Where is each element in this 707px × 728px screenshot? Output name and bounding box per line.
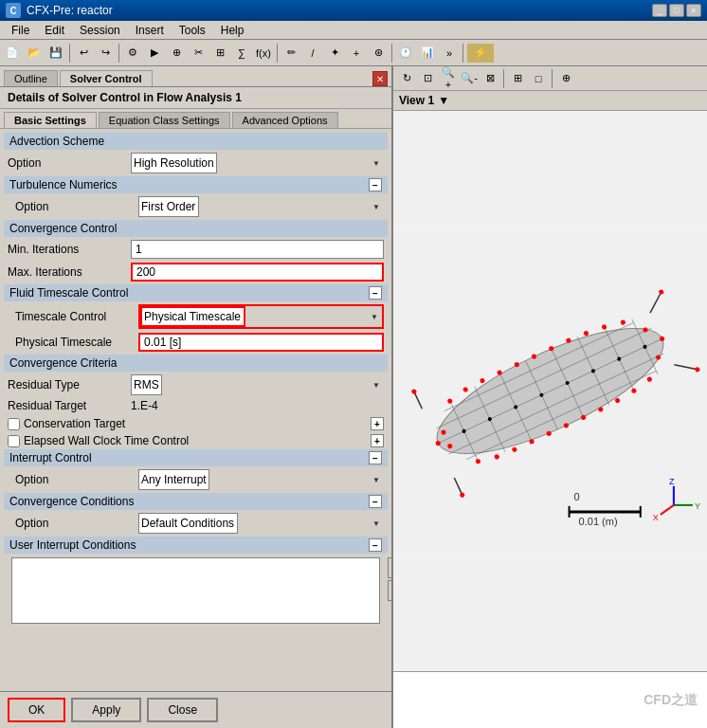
close-window-button[interactable]: × bbox=[686, 4, 701, 17]
left-tab-bar: Outline Solver Control ✕ bbox=[0, 66, 391, 87]
viewport[interactable]: 0 0.01 (m) Y Z X bbox=[393, 111, 707, 671]
maximize-button[interactable]: □ bbox=[669, 4, 684, 17]
interrupt-content: Option Any Interrupt bbox=[11, 468, 388, 491]
view-zoom-fit-btn[interactable]: ⊡ bbox=[418, 69, 437, 88]
section-turbulence: Turbulence Numerics − bbox=[4, 176, 388, 193]
advection-option-row: Option High Resolution bbox=[4, 152, 388, 174]
conv-conditions-toggle[interactable]: − bbox=[369, 495, 382, 508]
toolbar-open[interactable]: 📂 bbox=[24, 43, 45, 64]
fluid-timescale-toggle[interactable]: − bbox=[369, 286, 382, 300]
elapsed-toggle[interactable]: + bbox=[371, 434, 384, 447]
minimize-button[interactable]: _ bbox=[652, 4, 667, 17]
view-extra-btn[interactable]: ⊕ bbox=[556, 69, 575, 88]
conv-conditions-select[interactable]: Default Conditions bbox=[138, 513, 238, 534]
min-iterations-input[interactable] bbox=[131, 240, 384, 259]
toolbar-sep1 bbox=[69, 44, 70, 63]
conservation-toggle[interactable]: + bbox=[371, 417, 384, 430]
view-toolbar: ↻ ⊡ 🔍+ 🔍- ⊠ ⊞ □ ⊕ bbox=[393, 66, 707, 91]
left-panel: Outline Solver Control ✕ Details of Solv… bbox=[0, 66, 393, 728]
advection-option-select-wrapper: High Resolution bbox=[131, 153, 384, 173]
view-rotate-btn[interactable]: ↻ bbox=[397, 69, 416, 88]
interrupt-option-select[interactable]: Any Interrupt bbox=[138, 469, 209, 490]
physical-timescale-input[interactable] bbox=[138, 333, 384, 352]
ok-button[interactable]: OK bbox=[8, 698, 65, 722]
toolbar-btn6[interactable]: ✂ bbox=[188, 43, 208, 64]
subtab-basic-settings[interactable]: Basic Settings bbox=[4, 112, 97, 128]
title-bar: C CFX-Pre: reactor _ □ × bbox=[0, 0, 707, 21]
toolbar-save[interactable]: 💾 bbox=[45, 43, 66, 64]
section-advection-scheme: Advection Scheme bbox=[4, 133, 388, 150]
residual-target-row: Residual Target 1.E-4 bbox=[4, 398, 388, 413]
view-zoom-in-btn[interactable]: 🔍+ bbox=[439, 69, 458, 88]
subtab-equation-class[interactable]: Equation Class Settings bbox=[99, 112, 230, 128]
svg-text:Z: Z bbox=[669, 477, 675, 486]
timescale-control-select-wrapper: Physical Timescale bbox=[138, 304, 384, 329]
watermark-text: CFD之道 bbox=[644, 692, 698, 709]
toolbar-btn13[interactable]: + bbox=[346, 43, 367, 64]
physical-timescale-label: Physical Timescale bbox=[15, 336, 138, 349]
residual-type-row: Residual Type RMS bbox=[4, 373, 388, 396]
user-interrupt-toggle[interactable]: − bbox=[369, 538, 382, 552]
toolbar-btn7[interactable]: ⊞ bbox=[209, 43, 230, 64]
user-interrupt-add-btn[interactable]: 📋 bbox=[388, 557, 391, 578]
toolbar-undo[interactable]: ↩ bbox=[73, 43, 94, 64]
menu-session[interactable]: Session bbox=[72, 22, 128, 39]
apply-button[interactable]: Apply bbox=[71, 698, 141, 722]
toolbar-btn11[interactable]: / bbox=[302, 43, 323, 64]
turbulence-option-select[interactable]: First Order bbox=[138, 196, 199, 217]
timescale-control-row: Timescale Control Physical Timescale bbox=[11, 303, 388, 330]
menu-file[interactable]: File bbox=[4, 22, 37, 39]
subtab-advanced-options[interactable]: Advanced Options bbox=[232, 112, 338, 128]
section-user-interrupt: User Interrupt Conditions − bbox=[4, 537, 388, 554]
min-iterations-label: Min. Iterations bbox=[8, 243, 131, 256]
menu-edit[interactable]: Edit bbox=[37, 22, 72, 39]
close-button[interactable]: Close bbox=[147, 698, 218, 722]
toolbar-btn16[interactable]: 📊 bbox=[417, 43, 438, 64]
menu-tools[interactable]: Tools bbox=[172, 22, 213, 39]
elapsed-wall-checkbox[interactable] bbox=[8, 435, 20, 447]
interrupt-option-select-wrapper: Any Interrupt bbox=[138, 469, 384, 490]
conservation-target-row: Conservation Target + bbox=[4, 415, 388, 432]
user-interrupt-textbox[interactable] bbox=[11, 557, 380, 624]
view-zoom-out-btn[interactable]: 🔍- bbox=[460, 69, 479, 88]
toolbar-btn14[interactable]: ⊛ bbox=[368, 43, 389, 64]
menu-help[interactable]: Help bbox=[213, 22, 252, 39]
toolbar-btn9[interactable]: f(x) bbox=[253, 43, 274, 64]
toolbar-btn10[interactable]: ✏ bbox=[281, 43, 301, 64]
tab-solver-control[interactable]: Solver Control bbox=[60, 70, 153, 86]
panel-close-button[interactable]: ✕ bbox=[372, 71, 388, 86]
conservation-target-checkbox[interactable] bbox=[8, 418, 20, 430]
conservation-target-label: Conservation Target bbox=[24, 417, 125, 430]
view-display-btn[interactable]: ⊞ bbox=[508, 69, 527, 88]
view-header: View 1 ▼ bbox=[393, 91, 707, 111]
view-render-btn[interactable]: □ bbox=[529, 69, 548, 88]
svg-text:0.01 (m): 0.01 (m) bbox=[579, 516, 618, 527]
toolbar-btn5[interactable]: ⊕ bbox=[166, 43, 187, 64]
advection-option-select[interactable]: High Resolution bbox=[131, 153, 217, 173]
toolbar-btn4[interactable]: ▶ bbox=[144, 43, 165, 64]
residual-type-select[interactable]: RMS bbox=[131, 374, 162, 395]
turbulence-toggle[interactable]: − bbox=[369, 178, 382, 191]
view-zoom-box-btn[interactable]: ⊠ bbox=[480, 69, 499, 88]
max-iterations-row: Max. Iterations bbox=[4, 262, 388, 282]
toolbar-btn3[interactable]: ⚙ bbox=[122, 43, 143, 64]
interrupt-toggle[interactable]: − bbox=[369, 451, 382, 464]
toolbar-btn12[interactable]: ✦ bbox=[324, 43, 345, 64]
timescale-control-select[interactable]: Physical Timescale bbox=[140, 306, 245, 327]
toolbar-new[interactable]: 📄 bbox=[2, 43, 23, 64]
toolbar-end[interactable]: ⚡ bbox=[466, 43, 495, 64]
toolbar-redo[interactable]: ↪ bbox=[95, 43, 116, 64]
section-convergence-control: Convergence Control bbox=[4, 220, 388, 237]
section-convergence-criteria: Convergence Criteria bbox=[4, 355, 388, 372]
view-dropdown-icon[interactable]: ▼ bbox=[438, 94, 449, 107]
toolbar-btn15[interactable]: 🕐 bbox=[395, 43, 416, 64]
max-iterations-input[interactable] bbox=[131, 263, 384, 282]
turbulence-content: Option First Order bbox=[11, 195, 388, 218]
tab-outline[interactable]: Outline bbox=[4, 70, 58, 86]
fluid-timescale-content: Timescale Control Physical Timescale Phy… bbox=[11, 303, 388, 353]
toolbar-btn17[interactable]: » bbox=[439, 43, 460, 64]
panel-content: Advection Scheme Option High Resolution … bbox=[0, 129, 391, 691]
user-interrupt-remove-btn[interactable]: ✕ bbox=[388, 580, 391, 601]
toolbar-btn8[interactable]: ∑ bbox=[231, 43, 252, 64]
menu-insert[interactable]: Insert bbox=[128, 22, 172, 39]
